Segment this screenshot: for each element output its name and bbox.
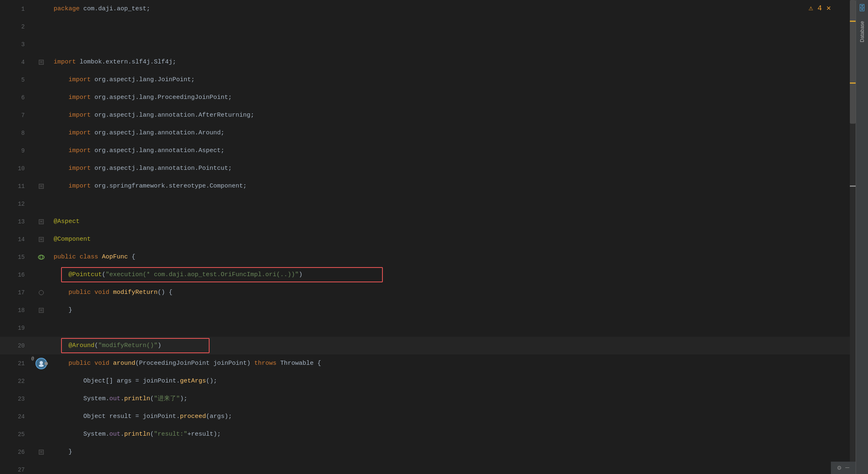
fold-icon-18[interactable]: − bbox=[39, 308, 44, 313]
code-line-25: 25 System.out.println("result:"+result); bbox=[0, 425, 856, 443]
line-number-17: 17 bbox=[0, 289, 33, 296]
svg-point-2 bbox=[40, 361, 43, 364]
line-content-25: System.out.println("result:"+result); bbox=[50, 425, 856, 443]
code-line-9: 9 import org.aspectj.lang.annotation.Asp… bbox=[0, 142, 856, 160]
gutter-17 bbox=[33, 290, 50, 295]
fold-icon-4[interactable]: − bbox=[39, 60, 44, 65]
gutter-14: − bbox=[33, 237, 50, 242]
line-number-25: 25 bbox=[0, 431, 33, 438]
code-line-22: 22 Object[] args = joinPoint.getArgs(); bbox=[0, 372, 856, 390]
code-line-11: 11− import org.springframework.stereotyp… bbox=[0, 177, 856, 195]
gutter-15 bbox=[33, 253, 50, 261]
line-number-26: 26 bbox=[0, 449, 33, 455]
scrollbar-track[interactable] bbox=[850, 0, 856, 474]
code-line-18: 18− } bbox=[0, 301, 856, 319]
line-number-22: 22 bbox=[0, 378, 33, 385]
lines-container: 1package com.daji.aop_test;234−import lo… bbox=[0, 0, 856, 474]
line-number-16: 16 bbox=[0, 272, 33, 278]
line-number-2: 2 bbox=[0, 23, 33, 30]
code-line-16: 16 @Pointcut("execution(* com.daji.aop_t… bbox=[0, 266, 856, 284]
code-line-15: 15public class AopFunc { bbox=[0, 248, 856, 266]
line-content-18: } bbox=[50, 301, 856, 319]
line-content-10: import org.aspectj.lang.annotation.Point… bbox=[50, 160, 856, 177]
code-line-27: 27 bbox=[0, 461, 856, 474]
code-line-19: 19 bbox=[0, 319, 856, 337]
scrollbar-thumb[interactable] bbox=[850, 0, 856, 124]
circle-icon-17 bbox=[39, 290, 44, 295]
line-number-23: 23 bbox=[0, 396, 33, 402]
gutter-11: − bbox=[33, 184, 50, 189]
settings-icon[interactable]: ⚙ bbox=[837, 464, 841, 472]
svg-point-1 bbox=[40, 255, 42, 259]
line-number-24: 24 bbox=[0, 413, 33, 420]
scroll-marker bbox=[850, 185, 856, 187]
right-sidebar: 🗄 Database bbox=[856, 0, 868, 474]
code-line-6: 6 import org.aspectj.lang.ProceedingJoin… bbox=[0, 89, 856, 106]
code-line-21: 21@ public void around(ProceedingJoinPoi… bbox=[0, 354, 856, 372]
code-line-20: 20 @Around("modifyReturn()") bbox=[0, 337, 856, 354]
code-line-14: 14−@Component bbox=[0, 230, 856, 248]
svg-point-0 bbox=[38, 255, 44, 259]
code-line-3: 3 bbox=[0, 35, 856, 53]
line-content-1: package com.daji.aop_test; bbox=[50, 0, 856, 18]
line-content-14: @Component bbox=[50, 230, 856, 248]
code-line-4: 4−import lombok.extern.slf4j.Slf4j; bbox=[0, 53, 856, 71]
database-icon: 🗄 bbox=[859, 4, 866, 13]
line-content-17: public void modifyReturn() { bbox=[50, 284, 856, 301]
line-content-13: @Aspect bbox=[50, 213, 856, 230]
code-line-26: 26− } bbox=[0, 443, 856, 461]
line-number-20: 20 bbox=[0, 343, 33, 349]
line-number-12: 12 bbox=[0, 201, 33, 207]
code-line-5: 5 import org.aspectj.lang.JoinPoint; bbox=[0, 71, 856, 89]
fold-icon-13[interactable]: − bbox=[39, 219, 44, 224]
line-number-13: 13 bbox=[0, 218, 33, 225]
line-number-5: 5 bbox=[0, 77, 33, 83]
code-line-2: 2 bbox=[0, 18, 856, 35]
line-number-21: 21 bbox=[0, 360, 33, 367]
line-number-9: 9 bbox=[0, 148, 33, 154]
bottom-bar: ⚙ — bbox=[831, 462, 856, 474]
editor-container: ⚠ 4 ✕ 1package com.daji.aop_test;234−imp… bbox=[0, 0, 868, 474]
code-line-10: 10 import org.aspectj.lang.annotation.Po… bbox=[0, 160, 856, 177]
line-content-22: Object[] args = joinPoint.getArgs(); bbox=[50, 372, 856, 390]
line-content-11: import org.springframework.stereotype.Co… bbox=[50, 177, 856, 195]
line-number-3: 3 bbox=[0, 41, 33, 48]
fold-icon-26[interactable]: − bbox=[39, 450, 44, 455]
line-content-4: import lombok.extern.slf4j.Slf4j; bbox=[50, 53, 856, 71]
line-number-1: 1 bbox=[0, 6, 33, 12]
code-line-12: 12 bbox=[0, 195, 856, 213]
line-number-4: 4 bbox=[0, 59, 33, 66]
line-number-18: 18 bbox=[0, 307, 33, 314]
line-content-5: import org.aspectj.lang.JoinPoint; bbox=[50, 71, 856, 89]
code-area: ⚠ 4 ✕ 1package com.daji.aop_test;234−imp… bbox=[0, 0, 856, 474]
minimize-icon[interactable]: — bbox=[845, 464, 849, 472]
gutter-26: − bbox=[33, 450, 50, 455]
line-number-6: 6 bbox=[0, 94, 33, 101]
code-line-24: 24 Object result = joinPoint.proceed(arg… bbox=[0, 408, 856, 425]
gutter-4: − bbox=[33, 60, 50, 65]
line-number-8: 8 bbox=[0, 130, 33, 136]
line-number-19: 19 bbox=[0, 325, 33, 331]
code-line-23: 23 System.out.println("进来了"); bbox=[0, 390, 856, 408]
bean-icon-15 bbox=[38, 253, 45, 261]
database-label[interactable]: Database bbox=[859, 21, 865, 42]
line-content-8: import org.aspectj.lang.annotation.Aroun… bbox=[50, 124, 856, 142]
fold-icon-14[interactable]: − bbox=[39, 237, 44, 242]
line-content-15: public class AopFunc { bbox=[50, 248, 856, 266]
line-number-10: 10 bbox=[0, 165, 33, 172]
line-number-15: 15 bbox=[0, 254, 33, 260]
line-content-7: import org.aspectj.lang.annotation.After… bbox=[50, 106, 856, 124]
breakpoint-icon-21[interactable] bbox=[35, 358, 47, 369]
line-number-11: 11 bbox=[0, 183, 33, 190]
line-content-16: @Pointcut("execution(* com.daji.aop_test… bbox=[50, 266, 856, 284]
scroll-marker bbox=[850, 82, 856, 84]
code-line-13: 13−@Aspect bbox=[0, 213, 856, 230]
line-content-9: import org.aspectj.lang.annotation.Aspec… bbox=[50, 142, 856, 160]
line-content-6: import org.aspectj.lang.ProceedingJoinPo… bbox=[50, 89, 856, 106]
code-line-1: 1package com.daji.aop_test; bbox=[0, 0, 856, 18]
fold-icon-11[interactable]: − bbox=[39, 184, 44, 189]
gutter-13: − bbox=[33, 219, 50, 224]
line-content-21: public void around(ProceedingJoinPoint j… bbox=[50, 354, 856, 372]
gutter-21: @ bbox=[33, 358, 50, 369]
line-number-27: 27 bbox=[0, 467, 33, 473]
